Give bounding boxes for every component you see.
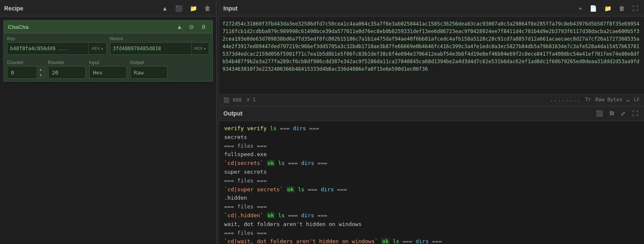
- output-line: === files ===: [224, 229, 639, 238]
- output-section: Output ⬛ ⧉ ⤢ ⛶ verify verify ls === dirs…: [219, 106, 644, 244]
- output-save-button[interactable]: ⬛: [594, 109, 605, 118]
- rounds-input-wrap: 20: [48, 66, 86, 79]
- output-line: `cd|secrets` ok ls === dirs ===: [224, 159, 639, 168]
- input-title: Input: [223, 5, 238, 12]
- output-format-value: Raw: [134, 69, 143, 76]
- newline-indicator: ↵: [626, 97, 629, 103]
- nonce-input-row: HEX ▾: [110, 42, 210, 55]
- key-field: Key HEX ▾: [7, 36, 107, 55]
- counter-up-button[interactable]: ▲: [37, 67, 44, 72]
- output-header-icons: ⬛ ⧉ ⤢ ⛶: [594, 109, 640, 118]
- output-format-wrap: Raw: [130, 66, 168, 79]
- output-line: `cd|super secrets` ok ls === dirs ===: [224, 185, 639, 194]
- nonce-input[interactable]: [110, 45, 192, 52]
- output-line: super secrets: [224, 168, 639, 177]
- output-format-field: Output Raw: [130, 60, 168, 79]
- dots-separator: ........: [550, 97, 581, 103]
- key-format-badge[interactable]: HEX ▾: [89, 43, 106, 54]
- output-line: `cd|.hidden` ok ls === dirs ===: [224, 211, 639, 220]
- key-input[interactable]: [8, 45, 89, 52]
- input-add-button[interactable]: +: [577, 4, 584, 13]
- recipe-open-button[interactable]: 📁: [188, 4, 199, 13]
- input-format-field: Input Hex: [89, 60, 127, 79]
- rounds-label: Rounds: [48, 60, 86, 65]
- input-delete-button[interactable]: 🗑: [617, 4, 626, 13]
- output-line: .hidden: [224, 194, 639, 203]
- key-nonce-row: Key HEX ▾ Nonce HEX ▾: [4, 33, 212, 57]
- format-indicator: Tr: [585, 97, 591, 103]
- recipe-delete-button[interactable]: 🗑: [203, 4, 212, 13]
- input-statusbar: ⬛ 898 ≡ 1 ........ Tr Raw Bytes ↵ LF: [219, 94, 644, 106]
- byte-count: ⬛ 898: [223, 97, 242, 103]
- input-open-button[interactable]: 📁: [603, 4, 613, 13]
- output-line: verify verify ls === dirs ===: [224, 124, 639, 133]
- recipe-header-icons: ▲ ⬛ 📁 🗑: [160, 4, 212, 13]
- output-title: Output: [223, 110, 243, 117]
- output-line: wait, dot folders aren't hidden on windo…: [224, 220, 639, 229]
- chacha-collapse-button[interactable]: ▲: [175, 23, 184, 31]
- nonce-label: Nonce: [110, 36, 210, 41]
- output-fullscreen-button[interactable]: ⛶: [631, 109, 640, 118]
- input-format-wrap: Hex: [89, 66, 127, 79]
- counter-value: 0: [8, 69, 37, 77]
- chacha-header-icons: ▲ ⊘ ⏸: [175, 23, 208, 31]
- recipe-collapse-button[interactable]: ▲: [160, 4, 169, 13]
- output-copy-button[interactable]: ⧉: [608, 109, 616, 118]
- output-line: `cd|wait, dot folders aren't hidden on w…: [224, 237, 639, 244]
- newline-value: LF: [634, 97, 640, 103]
- key-input-row: HEX ▾: [7, 42, 107, 55]
- output-line: fullspeed.exe: [224, 150, 639, 159]
- recipe-title: Recipe: [4, 5, 23, 12]
- nonce-format-badge[interactable]: HEX ▾: [192, 43, 209, 54]
- input-format-value: Hex: [93, 69, 102, 76]
- counter-arrows: ▲ ▼: [37, 67, 44, 78]
- format-value: Raw Bytes: [595, 97, 623, 103]
- counter-rounds-row: Counter 0 ▲ ▼ Rounds 20 Input Hex: [4, 57, 212, 81]
- counter-label: Counter: [7, 60, 45, 65]
- line-count: ≡ 1: [247, 97, 256, 103]
- chacha-title: ChaCha: [8, 24, 28, 30]
- output-header: Output ⬛ ⧉ ⤢ ⛶: [219, 106, 644, 121]
- statusbar-left: ⬛ 898 ≡ 1: [223, 97, 256, 103]
- counter-input-wrap: 0 ▲ ▼: [7, 66, 45, 79]
- right-panel: Input + 📄 📁 🗑 ⛶ f272d54c31860f3fbd43da3e…: [219, 0, 644, 244]
- output-line: === files ===: [224, 177, 639, 185]
- counter-down-button[interactable]: ▼: [37, 72, 44, 78]
- input-new-file-button[interactable]: 📄: [588, 4, 598, 13]
- output-expand-button[interactable]: ⤢: [619, 109, 627, 118]
- input-text: f272d54c31860f3fbd43da3ee32586dfd7c50cea…: [222, 21, 639, 72]
- recipe-save-button[interactable]: ⬛: [174, 4, 184, 13]
- output-line: === files ===: [224, 142, 639, 151]
- input-fullscreen-button[interactable]: ⛶: [631, 4, 640, 13]
- input-header: Input + 📄 📁 🗑 ⛶: [219, 0, 644, 17]
- input-header-icons: + 📄 📁 🗑 ⛶: [577, 4, 640, 13]
- rounds-value: 20: [52, 69, 59, 76]
- chacha-header: ChaCha ▲ ⊘ ⏸: [4, 21, 212, 33]
- rounds-field: Rounds 20: [48, 60, 86, 79]
- statusbar-right: ........ Tr Raw Bytes ↵ LF: [550, 97, 640, 103]
- chacha-block: ChaCha ▲ ⊘ ⏸ Key HEX ▾ Nonce: [3, 20, 213, 82]
- output-line: secrets: [224, 133, 639, 142]
- key-label: Key: [7, 36, 107, 41]
- left-panel: Recipe ▲ ⬛ 📁 🗑 ChaCha ▲ ⊘ ⏸ Key: [0, 0, 217, 244]
- output-format-label: Output: [130, 60, 168, 65]
- counter-field: Counter 0 ▲ ▼: [7, 60, 45, 79]
- output-content: verify verify ls === dirs === secrets ==…: [219, 121, 644, 244]
- chacha-disable-button[interactable]: ⊘: [187, 23, 196, 31]
- nonce-field: Nonce HEX ▾: [110, 36, 210, 55]
- recipe-header: Recipe ▲ ⬛ 📁 🗑: [0, 0, 216, 17]
- output-line: === files ===: [224, 203, 639, 211]
- input-text-area[interactable]: f272d54c31860f3fbd43da3ee32586dfd7c50cea…: [219, 17, 644, 94]
- chacha-pause-button[interactable]: ⏸: [199, 23, 208, 31]
- input-format-label: Input: [89, 60, 127, 65]
